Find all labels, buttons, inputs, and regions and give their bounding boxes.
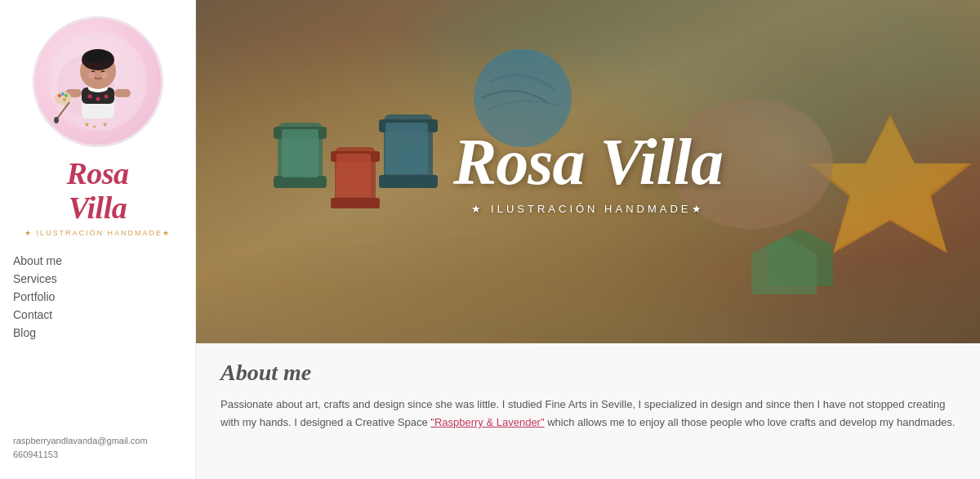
sidebar-item-contact[interactable]: Contact	[13, 306, 182, 324]
about-text-part2: which allows me to enjoy all those peopl…	[545, 416, 956, 428]
about-heading: About me	[220, 360, 956, 386]
contact-info: raspberryandlavanda@gmail.com 660941153	[13, 434, 182, 463]
svg-text:★: ★	[84, 121, 90, 128]
svg-point-16	[65, 94, 68, 97]
hero-section: Rosa Villa ILUSTRACIÓN HANDMADE	[196, 0, 980, 343]
hero-title: Rosa Villa	[453, 129, 723, 195]
raspberry-lavender-link[interactable]: "Raspberry & Lavender"	[430, 416, 544, 428]
svg-text:★: ★	[92, 124, 96, 129]
sidebar-item-portfolio[interactable]: Portfolio	[13, 288, 182, 306]
svg-point-14	[58, 94, 61, 97]
sidebar-item-services[interactable]: Services	[13, 270, 182, 288]
sidebar-item-about[interactable]: About me	[13, 252, 182, 270]
hero-text: Rosa Villa ILUSTRACIÓN HANDMADE	[453, 129, 723, 215]
svg-point-23	[87, 95, 91, 99]
hero-subtitle: ILUSTRACIÓN HANDMADE	[453, 203, 723, 215]
about-text: Passionate about art, crafts and design …	[220, 396, 956, 432]
brand-name: Rosa Villa	[66, 157, 128, 226]
sidebar-item-blog[interactable]: Blog	[13, 324, 182, 342]
brand-tagline: ILUSTRACIÓN HANDMADE	[24, 229, 171, 237]
sidebar: ★ ★ ★ Rosa Villa ILUSTRACIÓN HANDMADE Ab…	[0, 0, 196, 479]
main-content: Rosa Villa ILUSTRACIÓN HANDMADE About me…	[196, 0, 980, 479]
svg-point-17	[63, 98, 66, 101]
svg-point-24	[96, 97, 100, 101]
svg-rect-12	[114, 89, 131, 97]
svg-text:★: ★	[102, 121, 108, 128]
avatar-illustration: ★ ★ ★	[45, 29, 151, 135]
svg-point-19	[54, 117, 59, 123]
contact-email: raspberryandlavanda@gmail.com	[13, 434, 182, 449]
sidebar-nav: About me Services Portfolio Contact Blog	[13, 252, 182, 342]
svg-point-15	[61, 92, 65, 96]
about-section: About me Passionate about art, crafts an…	[196, 343, 980, 479]
svg-point-9	[88, 72, 95, 78]
svg-point-10	[101, 72, 108, 78]
svg-point-8	[95, 50, 101, 56]
avatar-circle: ★ ★ ★	[33, 16, 163, 147]
svg-point-25	[104, 95, 108, 99]
contact-phone: 660941153	[13, 448, 182, 463]
